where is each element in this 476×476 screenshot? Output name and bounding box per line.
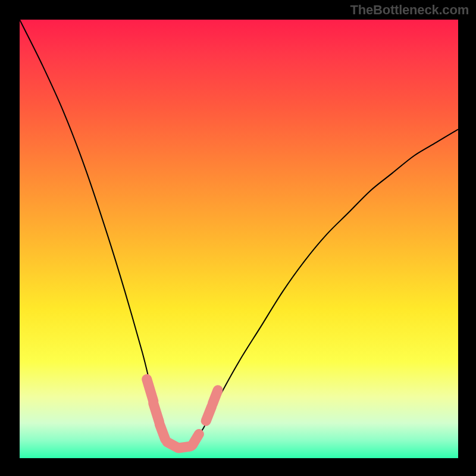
svg-line-7 [212, 390, 218, 404]
svg-line-1 [154, 403, 159, 422]
svg-line-0 [147, 379, 154, 401]
svg-line-5 [192, 434, 199, 445]
bottleneck-gradient-plot [20, 20, 458, 458]
svg-line-2 [159, 424, 165, 440]
svg-line-6 [206, 406, 212, 421]
watermark: TheBottleneck.com [350, 2, 469, 18]
optimal-zone-marks [20, 20, 458, 458]
